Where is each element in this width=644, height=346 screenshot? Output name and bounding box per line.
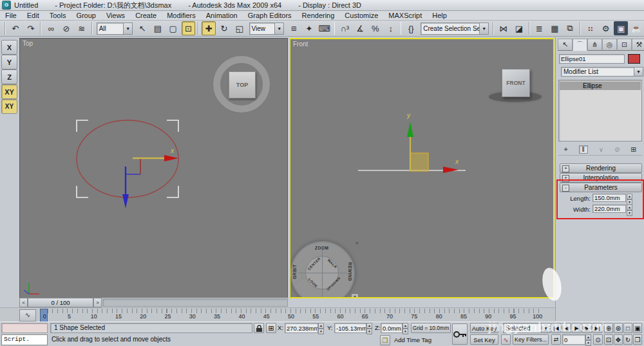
next-frame-button[interactable]: ▶ <box>582 323 592 333</box>
quick-render-button[interactable]: ☕ <box>629 21 643 35</box>
wheel-orbit-wedge[interactable]: ORBIT <box>292 264 297 279</box>
menu-maxscript[interactable]: MAXScript <box>383 12 427 19</box>
go-to-start-button[interactable]: |◀ <box>551 323 561 333</box>
menu-views[interactable]: Views <box>101 12 130 19</box>
wheel-rewind-wedge[interactable]: REWIND <box>348 262 352 281</box>
tab-motion[interactable]: ◎ <box>602 39 617 51</box>
width-spinner[interactable]: ▲▼ <box>627 205 632 213</box>
keyboard-shortcut-override-toggle[interactable]: ⌨ <box>317 21 332 35</box>
modifier-list-dropdown[interactable]: Modifier List▼ <box>561 67 643 77</box>
minus-icon[interactable]: - <box>562 185 569 192</box>
menu-create[interactable]: Create <box>130 12 162 19</box>
time-slider-prev-button[interactable]: < <box>19 298 28 307</box>
chevron-down-icon[interactable]: ▼ <box>274 23 283 34</box>
menu-modifiers[interactable]: Modifiers <box>162 12 201 19</box>
plus-icon[interactable]: + <box>562 175 569 182</box>
select-object-button[interactable]: ↖ <box>135 21 149 35</box>
time-slider-handle[interactable]: 0 / 100 <box>28 298 93 307</box>
align-button[interactable]: ◪ <box>512 21 526 35</box>
unlink-selection-button[interactable]: ⊘ <box>59 21 73 35</box>
arc-rotate-button[interactable]: ↻ <box>623 334 632 345</box>
selected-filter-dropdown[interactable]: Selected▼ <box>503 323 551 333</box>
object-color-swatch[interactable] <box>628 54 640 64</box>
length-spinner[interactable]: ▲▼ <box>627 194 632 202</box>
menu-tools[interactable]: Tools <box>44 12 71 19</box>
cube-icon[interactable]: ❒ <box>380 335 390 345</box>
key-filters-button[interactable]: Key Filters... <box>513 334 549 345</box>
named-selection-set-dropdown[interactable]: Create Selection Set▼ <box>421 23 489 35</box>
rectangular-selection-region-button[interactable]: ▢ <box>166 21 180 35</box>
select-and-move-button[interactable]: ✚ <box>202 21 216 35</box>
maxscript-mini-listener[interactable]: Script. <box>1 334 48 345</box>
snaps-toggle[interactable]: ∩³ <box>337 21 352 35</box>
chevron-down-icon[interactable]: ▼ <box>123 23 132 34</box>
wheel-close-icon[interactable]: × <box>355 240 359 246</box>
play-animation-button[interactable]: ▶ <box>572 323 582 333</box>
viewport-top-label[interactable]: Top <box>23 40 33 47</box>
viewcube-front-face[interactable]: FRONT <box>502 69 530 97</box>
menu-help[interactable]: Help <box>427 12 452 19</box>
chevron-down-icon[interactable]: ▼ <box>541 323 550 332</box>
viewport-front-label[interactable]: Front <box>293 41 308 48</box>
use-pivot-point-center-button[interactable]: ⧈ <box>287 21 301 35</box>
bind-to-space-warp-button[interactable]: ≋ <box>75 21 89 35</box>
window-crossing-toggle[interactable]: ⊡ <box>182 21 196 35</box>
menu-graph-editors[interactable]: Graph Editors <box>243 12 297 19</box>
width-field[interactable]: 220.0mm <box>592 205 626 213</box>
angle-snap-toggle[interactable]: ∡ <box>353 21 367 35</box>
make-unique-button[interactable]: ∨ <box>599 146 603 153</box>
menu-rendering[interactable]: Rendering <box>297 12 340 19</box>
key-mode-toggle[interactable]: ⇄ <box>551 334 561 345</box>
zoom-extents-all-button[interactable]: ▣ <box>633 323 642 333</box>
select-and-manipulate-button[interactable]: ✦ <box>302 21 316 35</box>
z-coord-spinner[interactable]: ▲▼ <box>402 323 408 333</box>
tab-modify[interactable]: ⌒ <box>573 39 587 51</box>
frame-spinner[interactable]: ▲▼ <box>585 334 591 345</box>
steering-wheel[interactable]: ZOOM REWIND PAN ORBIT CENTER WALK LOOK U… <box>290 241 355 298</box>
select-and-scale-button[interactable]: ◱ <box>232 21 247 35</box>
viewport-front[interactable]: Front y x FRONT ZOOM REW <box>289 38 554 298</box>
schematic-view-button[interactable]: ⧉ <box>563 21 577 35</box>
redo-button[interactable]: ↷ <box>24 21 38 35</box>
mirror-button[interactable]: ⋈ <box>497 21 511 35</box>
tab-utilities[interactable]: ⚒ <box>632 39 644 51</box>
tab-display[interactable]: ⊡ <box>617 39 632 51</box>
go-to-end-button[interactable]: ▶| <box>592 323 602 333</box>
select-and-link-button[interactable]: ∞ <box>44 21 58 35</box>
show-end-result-toggle[interactable]: ‖ <box>579 145 588 154</box>
menu-group[interactable]: Group <box>71 12 101 19</box>
region-zoom-button[interactable]: ⊡ <box>604 334 613 345</box>
menu-animation[interactable]: Animation <box>201 12 243 19</box>
selection-filter-dropdown[interactable]: All▼ <box>97 23 133 35</box>
macro-recorder-pane[interactable] <box>1 323 48 333</box>
set-keys-button[interactable] <box>452 323 468 345</box>
rollout-parameters[interactable]: - Parameters <box>560 183 642 192</box>
wheel-menu-icon[interactable]: ▾ <box>351 293 359 298</box>
length-field[interactable]: 150.0mm <box>592 194 626 202</box>
undo-button[interactable]: ↶ <box>8 21 23 35</box>
chevron-down-icon[interactable]: ▼ <box>479 23 488 34</box>
auto-key-button[interactable]: Auto Key <box>470 323 498 333</box>
spinner-snap-toggle[interactable]: ↕ <box>384 21 398 35</box>
viewcube-top-face[interactable]: TOP <box>229 71 256 98</box>
wheel-pan-wedge[interactable]: PAN <box>316 297 326 298</box>
track-bar[interactable]: ∿ 0 5 10 15 20 25 30 35 40 45 50 55 60 6… <box>0 307 555 323</box>
plus-icon[interactable]: + <box>562 165 569 172</box>
min-max-toggle-button[interactable]: ❐ <box>633 334 642 345</box>
restrict-y-button[interactable]: Y <box>1 55 17 69</box>
wheel-zoom-wedge[interactable]: ZOOM <box>315 246 329 250</box>
absolute-mode-transform-toggle[interactable]: ⊞ <box>266 323 276 333</box>
restrict-plane-flyout-button[interactable]: XY <box>1 99 17 114</box>
rollout-rendering[interactable]: + Rendering <box>560 163 642 173</box>
x-coord-spinner[interactable]: ▲▼ <box>318 323 324 333</box>
material-editor-button[interactable]: ⠶ <box>583 21 598 35</box>
viewport-top[interactable]: Top x <box>19 38 288 298</box>
zoom-all-button[interactable]: ⊛ <box>614 323 623 333</box>
rendered-frame-window-button[interactable]: ▣ <box>614 21 628 35</box>
y-coord-spinner[interactable]: ▲▼ <box>366 323 372 333</box>
render-setup-button[interactable]: ⚙ <box>599 21 613 35</box>
chevron-down-icon[interactable]: ▼ <box>634 68 643 76</box>
reference-coordinate-dropdown[interactable]: View▼ <box>249 23 285 35</box>
time-configuration-button[interactable]: ⊙ <box>593 334 603 345</box>
remove-modifier-button[interactable]: ⊘ <box>614 146 620 153</box>
